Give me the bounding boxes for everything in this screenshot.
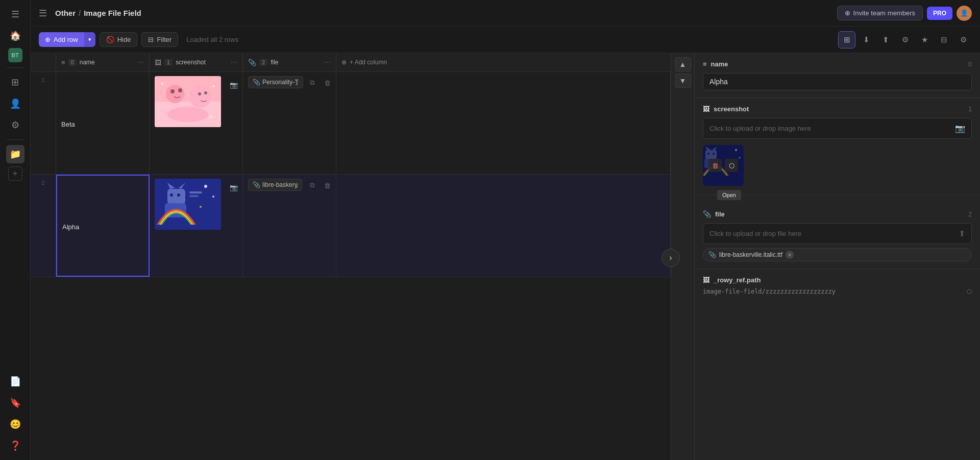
breadcrumb-current: Image File Field	[84, 9, 141, 17]
panel-name-input[interactable]	[703, 73, 972, 90]
table-settings-button[interactable]: ⚙	[954, 31, 972, 49]
share-button[interactable]: ⬆	[877, 31, 894, 49]
panel-name-header: ≡ name 0	[703, 60, 972, 68]
col-header-file[interactable]: 📎 2 file ···	[243, 53, 336, 71]
screenshot-preview: 🗑 ⬡	[703, 145, 744, 186]
hide-icon: 🚫	[106, 36, 114, 43]
svg-point-5	[178, 88, 182, 92]
col-screenshot-badge: 1	[164, 59, 173, 66]
screenshot-upload-zone[interactable]: Click to upload or drop image here 📷	[703, 118, 972, 139]
grid-container: ≡ 0 name ··· 🖼 1 screenshot ··· 📎 2	[31, 53, 980, 460]
file-upload-btn-alpha[interactable]: ⬆	[290, 179, 303, 192]
cell-file-alpha[interactable]: 📎 libre-baskery ⬆ ⧉ 🗑	[243, 175, 336, 277]
cell-screenshot-alpha[interactable]: 📷	[150, 175, 243, 277]
screenshot-camera-btn-beta[interactable]: 📷	[227, 78, 240, 91]
cell-screenshot-actions-beta: 📷	[227, 78, 240, 91]
file-copy-btn-alpha[interactable]: ⧉	[305, 179, 318, 192]
sidebar: ☰ 🏠 BT ⊞ 👤 ⚙ 📁 + 📄 🔖 😊 ❓	[0, 0, 31, 460]
file-copy-btn-beta[interactable]: ⧉	[305, 76, 318, 89]
svg-point-6	[198, 92, 201, 95]
col-name-menu[interactable]: ···	[137, 58, 144, 67]
col-screenshot-menu[interactable]: ···	[231, 58, 237, 67]
file-chip: 📎 libre-baskerville.italic.ttf ×	[703, 248, 972, 261]
col-header-name[interactable]: ≡ 0 name ···	[56, 53, 150, 71]
panel-rowref-header: 🖼 _rowy_ref.path	[703, 276, 972, 284]
screenshot-camera-icon: 📷	[955, 124, 965, 133]
open-tooltip-text: Open	[722, 192, 736, 198]
hide-button[interactable]: 🚫 Hide	[100, 32, 138, 47]
sidebar-add-icon[interactable]: +	[8, 166, 22, 181]
file-delete-btn-alpha[interactable]: 🗑	[321, 179, 334, 192]
preview-open-btn[interactable]: ⬡	[725, 159, 738, 172]
add-col-icon: ⊕	[341, 59, 347, 66]
sidebar-menu-icon[interactable]: ☰	[6, 5, 24, 23]
svg-point-18	[177, 193, 180, 197]
table-row: 2 Alpha	[31, 175, 671, 277]
add-row-dropdown-button[interactable]: ▾	[84, 32, 95, 47]
panel-rowref-link-icon[interactable]: ⬡	[967, 288, 972, 295]
svg-point-2	[166, 85, 184, 103]
file-upload-zone[interactable]: Click to upload or drop file here ⬆	[703, 223, 972, 244]
sidebar-table-icon[interactable]: ⊞	[6, 73, 24, 91]
star-button[interactable]: ★	[916, 31, 933, 49]
svg-point-8	[167, 107, 208, 122]
breadcrumb-parent[interactable]: Other	[55, 9, 76, 17]
svg-rect-13	[155, 179, 221, 230]
screenshot-camera-btn-alpha[interactable]: 📷	[227, 181, 240, 194]
file-chip-remove-btn[interactable]: ×	[786, 251, 794, 259]
panel-rowref-icon: 🖼	[703, 276, 709, 284]
add-row-button[interactable]: ⊕ Add row	[39, 32, 84, 47]
user-avatar[interactable]: 👤	[957, 6, 972, 21]
panel-screenshot-header: 🖼 screenshot 1	[703, 105, 972, 113]
panel-name-label-text: name	[711, 60, 728, 68]
toolbar: ⊕ Add row ▾ 🚫 Hide ⊟ Filter Loaded all 2…	[31, 27, 980, 53]
svg-rect-14	[167, 189, 185, 204]
file-chip-name: libre-baskerville.italic.ttf	[719, 251, 782, 258]
webhook-button[interactable]: ⚙	[896, 31, 914, 49]
col-name-badge: 0	[68, 59, 77, 66]
pro-button[interactable]: PRO	[927, 7, 952, 20]
file-upload-btn-beta[interactable]: ⬆	[290, 76, 303, 89]
svg-point-17	[170, 193, 173, 197]
header-menu-icon[interactable]: ☰	[39, 8, 47, 19]
sidebar-workspace-avatar[interactable]: BT	[8, 48, 22, 62]
cell-extra-beta	[336, 72, 671, 174]
cell-name-beta[interactable]: Beta	[56, 72, 150, 174]
sidebar-home-icon[interactable]: 🏠	[6, 27, 24, 45]
side-panel: ≡ name 0 🖼 screenshot 1	[694, 53, 980, 460]
sidebar-docs-icon[interactable]: 📄	[6, 372, 24, 391]
sidebar-folder-icon[interactable]: 📁	[6, 145, 24, 163]
preview-delete-btn[interactable]: 🗑	[708, 159, 722, 172]
panel-up-button[interactable]: ▲	[675, 57, 691, 71]
sidebar-emoji-icon[interactable]: 😊	[6, 415, 24, 433]
filter-button[interactable]: ⊟ Filter	[141, 32, 178, 47]
layout-button[interactable]: ⊟	[935, 31, 952, 49]
panel-rowref-section: 🖼 _rowy_ref.path image-file-field/zzzzzz…	[695, 269, 980, 302]
sidebar-bookmark-icon[interactable]: 🔖	[6, 394, 24, 412]
sidebar-settings-icon[interactable]: ⚙	[6, 116, 24, 134]
add-column-button[interactable]: ⊕ + Add column	[336, 53, 671, 71]
invite-team-button[interactable]: ⊕ Invite team members	[837, 6, 923, 20]
preview-overlay: 🗑 ⬡	[703, 145, 744, 186]
file-delete-btn-beta[interactable]: 🗑	[321, 76, 334, 89]
screenshot-image-beta	[155, 76, 221, 127]
sidebar-help-icon[interactable]: ❓	[6, 437, 24, 455]
app-header: ☰ Other / Image File Field ⊕ Invite team…	[31, 0, 980, 27]
file-icon-alpha: 📎	[253, 181, 260, 188]
col-header-screenshot[interactable]: 🖼 1 screenshot ···	[150, 53, 243, 71]
cell-name-alpha[interactable]: Alpha	[56, 175, 150, 277]
col-file-menu[interactable]: ···	[324, 58, 331, 67]
screenshot-preview-wrapper: 🗑 ⬡ Open	[703, 145, 744, 186]
sidebar-user-icon[interactable]: 👤	[6, 94, 24, 113]
svg-rect-24	[189, 195, 199, 197]
panel-down-button[interactable]: ▼	[675, 74, 691, 88]
filter-icon: ⊟	[148, 36, 154, 43]
cell-file-beta[interactable]: 📎 Personality-T ⬆ ⧉ 🗑	[243, 72, 336, 174]
file-actions-alpha: ⬆ ⧉ 🗑	[290, 179, 334, 192]
grid-view-button[interactable]: ⊞	[838, 31, 855, 49]
cell-screenshot-beta[interactable]: 📷	[150, 72, 243, 174]
panel-rowref-path: image-file-field/zzzzzzzzzzzzzzzzzzy ⬡	[703, 288, 972, 295]
expand-panel-button[interactable]: ›	[662, 249, 680, 267]
add-row-icon: ⊕	[45, 36, 51, 43]
download-button[interactable]: ⬇	[857, 31, 875, 49]
